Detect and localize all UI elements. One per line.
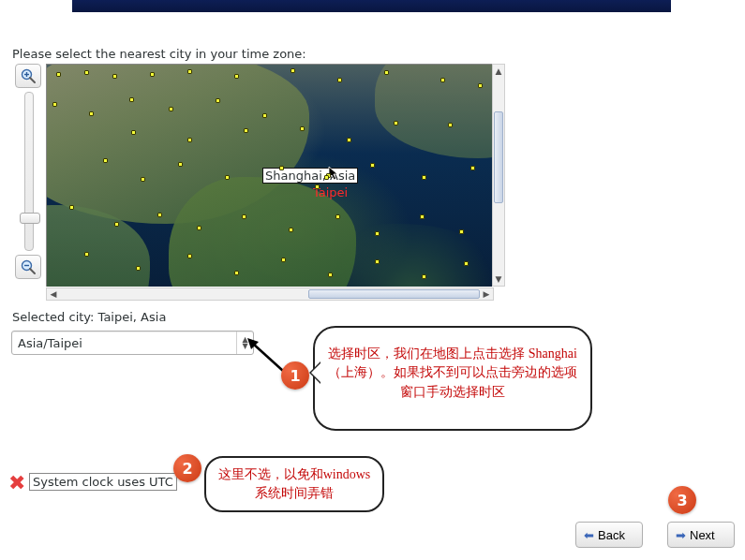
city-dot[interactable]: [244, 128, 248, 133]
svg-line-5: [30, 269, 35, 273]
zoom-out-button[interactable]: [15, 255, 41, 279]
zoom-in-icon: [20, 67, 37, 84]
city-label-hover: Shanghai, Asia: [262, 168, 358, 184]
timezone-prompt: Please select the nearest city in your t…: [12, 47, 306, 61]
city-dot[interactable]: [291, 68, 295, 73]
city-dot[interactable]: [187, 138, 192, 142]
city-dot[interactable]: [129, 97, 134, 102]
annotation-bubble-2: 这里不选，以免和windows系统时间弄错: [204, 456, 384, 512]
city-dot[interactable]: [114, 222, 119, 227]
city-dot[interactable]: [131, 130, 136, 135]
city-dot[interactable]: [324, 175, 329, 180]
map-horizontal-scrollbar[interactable]: ◀ ▶: [46, 287, 494, 301]
city-dot[interactable]: [112, 74, 117, 79]
city-dot[interactable]: [56, 72, 61, 77]
city-dot[interactable]: [375, 231, 380, 236]
city-dot[interactable]: [84, 252, 89, 257]
city-dot[interactable]: [422, 175, 426, 180]
city-dot[interactable]: [178, 162, 183, 167]
zoom-in-button[interactable]: [15, 64, 41, 88]
scroll-down-arrow-icon[interactable]: ▼: [493, 273, 504, 286]
city-dot[interactable]: [262, 113, 267, 118]
city-dot[interactable]: [328, 273, 333, 277]
city-dot[interactable]: [103, 158, 108, 163]
city-dot[interactable]: [464, 261, 469, 266]
city-dot[interactable]: [169, 107, 173, 111]
zoom-out-icon: [20, 258, 37, 275]
annotation-bubble-1: 选择时区，我们在地图上点击选择 Shanghai（上海）。如果找不到可以点击旁边…: [313, 326, 592, 431]
city-dot[interactable]: [289, 228, 293, 232]
city-dot[interactable]: [141, 177, 145, 182]
city-dot[interactable]: [384, 70, 389, 75]
landmass: [375, 64, 494, 158]
city-dot[interactable]: [394, 121, 398, 125]
city-dot[interactable]: [150, 72, 155, 77]
next-arrow-icon: ➡: [676, 528, 686, 542]
city-dot[interactable]: [478, 83, 483, 88]
back-arrow-icon: ⬅: [584, 528, 594, 542]
city-dot[interactable]: [315, 184, 320, 189]
city-dot[interactable]: [281, 258, 286, 262]
timezone-combobox-value: Asia/Taipei: [18, 336, 82, 350]
city-dot[interactable]: [225, 175, 230, 180]
city-dot[interactable]: [300, 126, 305, 131]
city-dot[interactable]: [84, 70, 89, 75]
city-dot[interactable]: [422, 274, 426, 279]
city-dot[interactable]: [187, 69, 192, 74]
timezone-combobox[interactable]: Asia/Taipei ▲▼: [11, 331, 254, 355]
scroll-up-arrow-icon[interactable]: ▲: [493, 65, 504, 78]
city-dot[interactable]: [242, 214, 246, 219]
timezone-map-container: Shanghai, Asia Taipei ▲ ▼ ◀ ▶: [46, 64, 505, 301]
selected-city-label: Selected city: Taipei, Asia: [12, 310, 166, 324]
vertical-scroll-thumb[interactable]: [494, 111, 503, 203]
city-dot[interactable]: [459, 229, 464, 234]
city-dot[interactable]: [157, 213, 162, 217]
city-dot[interactable]: [234, 271, 239, 275]
city-dot[interactable]: [440, 78, 445, 82]
timezone-map[interactable]: Shanghai, Asia Taipei: [46, 64, 494, 287]
city-dot[interactable]: [337, 78, 342, 82]
horizontal-scroll-thumb[interactable]: [308, 289, 480, 299]
map-vertical-scrollbar[interactable]: ▲ ▼: [492, 64, 505, 287]
zoom-slider-thumb[interactable]: [20, 213, 40, 224]
city-dot[interactable]: [89, 111, 94, 116]
annotation-x-mark-icon: ✖: [8, 471, 25, 494]
scroll-right-arrow-icon[interactable]: ▶: [480, 288, 493, 300]
zoom-slider[interactable]: [24, 92, 34, 251]
city-dot[interactable]: [52, 102, 57, 107]
scroll-left-arrow-icon[interactable]: ◀: [47, 288, 60, 300]
city-dot[interactable]: [279, 166, 284, 170]
city-dot[interactable]: [347, 138, 351, 142]
city-dot[interactable]: [234, 74, 239, 79]
city-dot[interactable]: [420, 214, 425, 219]
annotation-badge-2: 2: [173, 454, 201, 482]
city-dot[interactable]: [69, 205, 74, 210]
system-clock-utc-checkbox[interactable]: System clock uses UTC: [29, 473, 177, 491]
combobox-spinner-icon[interactable]: ▲▼: [236, 332, 253, 354]
city-dot[interactable]: [448, 123, 453, 127]
map-zoom-controls: [15, 64, 43, 287]
city-dot[interactable]: [375, 259, 380, 264]
city-dot[interactable]: [216, 98, 220, 103]
annotation-badge-3: 3: [668, 486, 696, 514]
next-button-label: Next: [690, 528, 715, 542]
city-dot[interactable]: [136, 266, 141, 271]
installer-banner: [72, 0, 671, 12]
next-button[interactable]: ➡ Next: [667, 522, 735, 548]
city-dot[interactable]: [187, 254, 192, 258]
back-button-label: Back: [598, 528, 625, 542]
city-dot[interactable]: [197, 226, 201, 230]
svg-line-7: [253, 344, 283, 371]
city-dot[interactable]: [470, 166, 475, 170]
city-dot[interactable]: [370, 163, 375, 168]
svg-line-1: [30, 78, 35, 82]
city-dot[interactable]: [335, 214, 340, 219]
back-button[interactable]: ⬅ Back: [575, 522, 643, 548]
